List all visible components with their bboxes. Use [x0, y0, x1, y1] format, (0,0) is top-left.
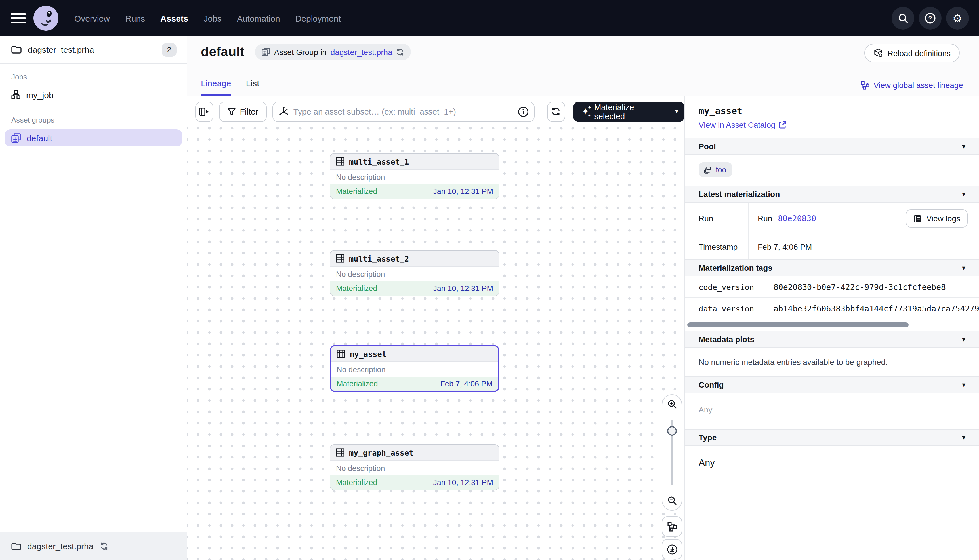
asset-name: my_asset	[350, 349, 387, 358]
table-icon	[336, 157, 345, 166]
section-header-type[interactable]: Type ▾	[685, 429, 979, 446]
section-header-materialization-tags[interactable]: Materialization tags ▾	[685, 259, 979, 276]
section-header-metadata-plots[interactable]: Metadata plots ▾	[685, 331, 979, 348]
asset-groups-section-label: Asset groups	[12, 116, 187, 124]
lineage-graph-icon	[861, 81, 870, 89]
collapse-sidebar-button[interactable]	[195, 101, 213, 122]
reload-definitions-label: Reload definitions	[887, 48, 951, 58]
section-title: Pool	[699, 142, 716, 151]
sparkle-icon: ✦✦✦	[582, 107, 589, 116]
view-global-asset-lineage-link[interactable]: View global asset lineage	[861, 80, 963, 90]
asset-group-icon	[12, 133, 21, 143]
section-header-pool[interactable]: Pool ▾	[685, 138, 979, 155]
dagster-logo-icon[interactable]	[33, 6, 58, 31]
tag-key: data_version	[685, 298, 764, 319]
pool-tag[interactable]: foo	[699, 162, 732, 177]
asset-status: Materialized	[336, 284, 377, 293]
nav-item-runs[interactable]: Runs	[125, 13, 145, 23]
asset-status: Materialized	[336, 187, 377, 196]
asset-node-my-asset[interactable]: my_asset No description MaterializedFeb …	[330, 345, 499, 392]
view-logs-button[interactable]: View logs	[906, 209, 967, 228]
asset-node-multi-asset-2[interactable]: multi_asset_2 No description Materialize…	[330, 250, 499, 296]
chip-prefix: Asset Group in	[274, 47, 327, 57]
section-title: Metadata plots	[699, 335, 754, 344]
asset-detail-panel: my_asset View in Asset Catalog Pool ▾ fo…	[684, 97, 979, 560]
nav-item-overview[interactable]: Overview	[74, 13, 110, 23]
download-icon	[667, 544, 677, 555]
asset-graph-icon	[278, 106, 289, 117]
filter-label: Filter	[240, 107, 258, 116]
caret-down-icon: ▾	[962, 190, 966, 198]
config-value: Any	[685, 393, 979, 429]
run-row: Run Run 80e20830 View logs	[685, 203, 979, 234]
refresh-icon[interactable]	[397, 48, 404, 56]
refresh-graph-button[interactable]	[547, 101, 565, 122]
hamburger-menu-icon[interactable]	[11, 13, 25, 23]
nav-item-jobs[interactable]: Jobs	[204, 13, 222, 23]
asset-subset-input[interactable]	[272, 101, 535, 122]
zoom-in-button[interactable]	[662, 395, 682, 414]
horizontal-scrollbar[interactable]	[687, 322, 909, 327]
view-in-asset-catalog-link[interactable]: View in Asset Catalog	[699, 120, 966, 129]
materialize-dropdown-button[interactable]: ▾	[668, 101, 684, 122]
caret-down-icon: ▾	[962, 335, 966, 343]
download-image-button[interactable]	[662, 539, 682, 560]
page-title: default	[201, 44, 245, 60]
asset-group-chip: Asset Group in dagster_test.prha	[255, 44, 411, 60]
primary-nav: Overview Runs Assets Jobs Automation Dep…	[74, 13, 341, 23]
repo-row[interactable]: dagster_test.prha 2	[0, 36, 187, 63]
search-button[interactable]	[892, 7, 914, 30]
asset-timestamp[interactable]: Jan 10, 12:31 PM	[433, 284, 493, 293]
materialize-selected-main[interactable]: ✦✦✦ Materialize selected	[573, 101, 668, 122]
caret-down-icon: ▾	[675, 108, 678, 115]
asset-description: No description	[330, 461, 499, 475]
nav-item-assets[interactable]: Assets	[160, 13, 188, 23]
nav-item-deployment[interactable]: Deployment	[295, 13, 341, 23]
tag-value: 80e20830-b0e7-422c-979d-3c1cfcfeebe8	[764, 282, 946, 292]
sidebar-item-my-job[interactable]: my_job	[0, 86, 187, 103]
table-row: code_version 80e20830-b0e7-422c-979d-3c1…	[685, 276, 979, 298]
tab-lineage[interactable]: Lineage	[201, 78, 231, 96]
tag-key: code_version	[685, 276, 764, 297]
asset-status: Materialized	[336, 478, 377, 487]
gear-icon: ⚙	[952, 13, 962, 23]
asset-timestamp[interactable]: Jan 10, 12:31 PM	[433, 478, 493, 487]
nav-item-automation[interactable]: Automation	[237, 13, 280, 23]
asset-group-header: default Asset Group in dagster_test.prha…	[187, 36, 979, 97]
view-tabs: Lineage List	[201, 78, 259, 96]
asset-node-multi-asset-1[interactable]: multi_asset_1 No description Materialize…	[330, 153, 499, 199]
run-id-link[interactable]: 80e20830	[778, 213, 816, 223]
filter-button[interactable]: Filter	[219, 101, 267, 122]
sidebar-item-default-group[interactable]: default	[5, 129, 182, 147]
reload-definitions-button[interactable]: Reload definitions	[864, 44, 960, 62]
left-sidebar: dagster_test.prha 2 Jobs my_job Asset gr…	[0, 36, 187, 560]
catalog-link-label: View in Asset Catalog	[699, 120, 775, 129]
zoom-out-button[interactable]	[662, 491, 682, 510]
zoom-slider-thumb[interactable]	[667, 426, 677, 436]
refresh-icon[interactable]	[100, 542, 108, 550]
caret-down-icon: ▾	[962, 433, 966, 442]
lineage-canvas: Filter ✦✦✦ Materialize selected ▾	[187, 97, 684, 560]
asset-description: No description	[330, 267, 499, 282]
section-title: Latest materialization	[699, 190, 780, 198]
sidebar-footer-repo[interactable]: dagster_test.prha	[0, 532, 187, 560]
settings-button[interactable]: ⚙	[946, 7, 969, 30]
asset-group-icon	[262, 48, 270, 56]
logs-icon	[914, 214, 922, 223]
tab-list[interactable]: List	[246, 78, 259, 96]
chip-repo-link[interactable]: dagster_test.prha	[330, 47, 392, 57]
section-header-config[interactable]: Config ▾	[685, 376, 979, 393]
run-row-label: Run	[685, 203, 749, 234]
asset-node-my-graph-asset[interactable]: my_graph_asset No description Materializ…	[330, 444, 499, 490]
section-header-latest-materialization[interactable]: Latest materialization ▾	[685, 185, 979, 203]
help-button[interactable]: ?	[919, 7, 942, 30]
footer-repo-name: dagster_test.prha	[27, 541, 93, 551]
tag-value: ab14be32f606383bbf4a144cf77319a5da7ca754…	[764, 304, 979, 313]
pool-icon	[703, 165, 712, 174]
relayout-graph-button[interactable]	[662, 516, 682, 537]
info-icon[interactable]	[518, 106, 529, 117]
svg-text:?: ?	[928, 15, 932, 22]
zoom-out-icon	[667, 496, 677, 505]
asset-timestamp[interactable]: Jan 10, 12:31 PM	[433, 187, 493, 196]
asset-timestamp[interactable]: Feb 7, 4:06 PM	[440, 380, 493, 388]
